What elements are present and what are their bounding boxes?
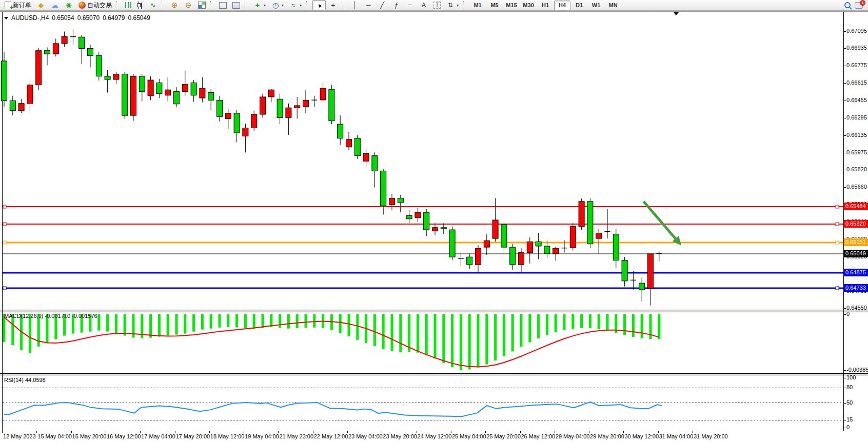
price-high: 0.65070 [77, 14, 100, 22]
cursor-button[interactable] [312, 0, 326, 10]
new-chart-icon [219, 2, 227, 9]
timeframe-m30[interactable]: M30 [520, 1, 537, 10]
rsi-value: 44.0598 [25, 377, 46, 383]
text-label-icon [433, 2, 441, 9]
trendline-button[interactable] [376, 0, 389, 10]
auto-trading-label: 自动交易 [87, 1, 112, 10]
tile-windows-icon [198, 2, 206, 9]
bar-chart-button[interactable] [123, 0, 134, 10]
bar-chart-icon [125, 2, 131, 8]
new-order-button[interactable]: +新订单 [2, 0, 34, 10]
arrows-dropdown-icon[interactable]: ▾ [457, 3, 459, 8]
macd-signal-value: -0.001576 [72, 313, 97, 319]
price-line-label: 0.64875 [844, 269, 868, 276]
auto-trading-button[interactable]: 自动交易 [76, 0, 114, 10]
tile-windows-button[interactable] [195, 0, 208, 10]
channel-icon [406, 1, 414, 9]
candlestick-chart-button[interactable] [134, 0, 146, 10]
search-icon[interactable] [844, 2, 851, 8]
toolbar-separator [116, 1, 121, 9]
signal-button[interactable] [62, 0, 75, 10]
chart-title: AUDUSD-,H4 0.65054 0.65070 0.64979 0.650… [4, 14, 150, 22]
text-label-button[interactable] [431, 0, 443, 10]
fibonacci-icon [392, 1, 400, 9]
timeframe-m15[interactable]: M15 [503, 1, 520, 10]
rsi-label: RSI(14) 44.0598 [4, 377, 46, 383]
price-close: 0.65049 [128, 14, 150, 22]
new-chart-button[interactable] [216, 0, 229, 10]
cursor-icon [315, 1, 323, 9]
chart-window[interactable]: AUDUSD-,H4 0.65054 0.65070 0.64979 0.650… [0, 11, 868, 442]
periods-button[interactable]: ▾ [269, 0, 286, 10]
crosshair-button[interactable] [326, 0, 340, 10]
text-icon [420, 1, 428, 9]
toolbar-separator [210, 1, 214, 9]
add-indicator-button[interactable]: ▾ [251, 0, 268, 10]
toolbar-right-group: 1 [844, 2, 866, 9]
add-indicator-icon [253, 1, 262, 9]
notification-badge: 1 [860, 0, 865, 6]
price-line-label: 0.65320 [844, 220, 868, 228]
horizontal-line-icon [364, 1, 372, 9]
timeframe-m1[interactable]: M1 [469, 1, 486, 10]
price-open: 0.65054 [52, 14, 74, 22]
channel-button[interactable] [403, 0, 417, 10]
price-line-label: 0.65049 [844, 250, 868, 257]
signal-icon [65, 1, 73, 9]
macd-label: MACD(12,26,9) -0.001710 -0.001576 [4, 313, 97, 319]
profiles-button[interactable] [230, 0, 243, 10]
add-indicator-dropdown-icon[interactable]: ▾ [264, 3, 266, 8]
zoom-in-button[interactable] [168, 0, 181, 10]
text-button[interactable] [417, 0, 430, 10]
templates-icon [289, 1, 298, 9]
paint-bucket-button[interactable] [34, 0, 48, 10]
price-line-label: 0.65151 [844, 238, 868, 246]
timeframe-w1[interactable]: W1 [588, 1, 604, 10]
new-order-label: 新订单 [13, 1, 31, 10]
timeframe-h4[interactable]: H4 [554, 1, 570, 10]
horizontal-line-button[interactable] [362, 0, 375, 10]
arrows-icon [446, 1, 455, 9]
candlestick-chart-icon [137, 2, 143, 9]
zoom-out-icon [184, 1, 192, 9]
vertical-line-icon [350, 1, 359, 9]
timeframe-h1[interactable]: H1 [537, 1, 554, 10]
paint-bucket-icon [37, 1, 45, 9]
fibonacci-button[interactable] [389, 0, 403, 10]
toolbar: +新订单自动交易▾▾▾▾M1M5M15M30H1H4D1W1MN1 [0, 0, 868, 11]
crosshair-icon [329, 1, 337, 9]
chat-icon[interactable]: 1 [855, 2, 863, 9]
publish-button[interactable] [48, 0, 62, 10]
toolbar-separator [342, 1, 346, 9]
price-line-label: 0.64733 [844, 284, 868, 292]
line-chart-button[interactable] [146, 0, 160, 10]
zoom-out-button[interactable] [182, 0, 195, 10]
chart-dropdown-icon[interactable] [4, 17, 8, 19]
zoom-in-icon [170, 1, 179, 9]
symbol-period: AUDUSD-,H4 [11, 14, 49, 22]
macd-value: -0.001710 [45, 313, 70, 319]
mt4-application: { "toolbar": { "items": [ {"name":"new-o… [0, 0, 868, 442]
timeframe-mn[interactable]: MN [605, 1, 621, 10]
new-order-icon: + [5, 2, 11, 9]
periods-dropdown-icon[interactable]: ▾ [282, 3, 284, 8]
toolbar-separator [162, 1, 166, 9]
vertical-line-button[interactable] [348, 0, 361, 10]
periods-icon [271, 1, 280, 9]
price-line-label: 0.65484 [844, 203, 868, 210]
toolbar-separator [245, 1, 249, 9]
auto-trading-icon [78, 2, 86, 9]
line-chart-icon [149, 1, 157, 9]
timeframe-d1[interactable]: D1 [571, 1, 587, 10]
templates-button[interactable]: ▾ [287, 0, 304, 10]
price-low: 0.64979 [103, 14, 125, 22]
publish-icon [51, 1, 59, 9]
toolbar-separator [463, 1, 467, 9]
templates-dropdown-icon[interactable]: ▾ [300, 3, 302, 8]
arrows-button[interactable]: ▾ [444, 0, 461, 10]
timeframe-m5[interactable]: M5 [486, 1, 503, 10]
toolbar-separator [306, 1, 310, 9]
trendline-icon [378, 1, 386, 9]
profiles-icon [232, 2, 240, 9]
chart-canvas[interactable] [0, 12, 868, 442]
